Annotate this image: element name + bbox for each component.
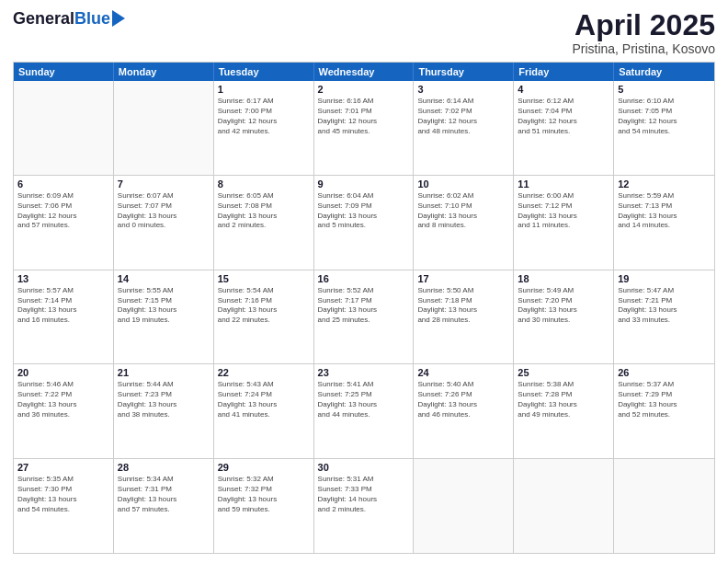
calendar-cell: 14Sunrise: 5:55 AMSunset: 7:15 PMDayligh…	[114, 270, 214, 364]
calendar-cell	[114, 81, 214, 175]
weekday-header: Monday	[114, 63, 214, 81]
cell-info: Daylight: 13 hours	[17, 305, 109, 316]
cell-info: and 16 minutes.	[17, 316, 109, 326]
page: General Blue April 2025 Pristina, Pristi…	[0, 0, 728, 563]
cell-info: Sunrise: 6:14 AM	[417, 97, 509, 107]
cell-info: Daylight: 12 hours	[518, 117, 609, 127]
calendar-cell: 23Sunrise: 5:41 AMSunset: 7:25 PMDayligh…	[314, 364, 415, 458]
cell-info: Sunset: 7:23 PM	[118, 390, 210, 400]
cell-info: Sunset: 7:06 PM	[17, 201, 109, 212]
logo-blue: Blue	[74, 9, 110, 29]
cell-info: Sunrise: 6:12 AM	[518, 97, 609, 107]
cell-info: Sunset: 7:22 PM	[17, 390, 109, 400]
cell-info: Sunset: 7:08 PM	[218, 201, 310, 212]
cell-info: and 46 minutes.	[417, 410, 509, 420]
cell-info: Sunset: 7:18 PM	[417, 296, 509, 306]
cell-info: Sunrise: 6:10 AM	[618, 97, 711, 107]
calendar-cell: 9Sunrise: 6:04 AMSunset: 7:09 PMDaylight…	[314, 176, 415, 270]
cell-info: Sunrise: 5:49 AM	[518, 286, 609, 296]
cell-info: Daylight: 13 hours	[218, 305, 310, 316]
day-number: 5	[618, 84, 711, 95]
cell-info: and 51 minutes.	[518, 127, 609, 137]
cell-info: Daylight: 12 hours	[417, 117, 509, 127]
calendar-cell: 30Sunrise: 5:31 AMSunset: 7:33 PMDayligh…	[314, 459, 415, 553]
cell-info: Daylight: 13 hours	[118, 495, 210, 505]
day-number: 6	[17, 178, 109, 190]
cell-info: Sunset: 7:30 PM	[17, 485, 109, 495]
cell-info: and 36 minutes.	[17, 410, 109, 420]
calendar-cell: 28Sunrise: 5:34 AMSunset: 7:31 PMDayligh…	[114, 459, 214, 553]
day-number: 20	[17, 367, 109, 378]
cell-info: Sunrise: 6:17 AM	[218, 97, 310, 107]
cell-info: and 42 minutes.	[218, 127, 310, 137]
calendar-cell: 16Sunrise: 5:52 AMSunset: 7:17 PMDayligh…	[314, 270, 415, 364]
calendar-cell	[14, 81, 114, 175]
cell-info: Sunset: 7:21 PM	[618, 296, 711, 306]
cell-info: Daylight: 13 hours	[218, 212, 310, 222]
cell-info: Daylight: 12 hours	[318, 117, 410, 127]
cell-info: and 14 minutes.	[618, 221, 711, 231]
cell-info: Sunrise: 6:16 AM	[318, 97, 410, 107]
logo-text: General Blue	[13, 9, 125, 29]
cell-info: Daylight: 13 hours	[618, 212, 711, 222]
cell-info: Daylight: 13 hours	[618, 305, 711, 316]
day-number: 29	[218, 462, 310, 473]
calendar-cell: 6Sunrise: 6:09 AMSunset: 7:06 PMDaylight…	[14, 176, 114, 270]
calendar-cell: 7Sunrise: 6:07 AMSunset: 7:07 PMDaylight…	[114, 176, 214, 270]
cell-info: and 45 minutes.	[318, 127, 410, 137]
logo-arrow-icon	[112, 10, 125, 27]
day-number: 11	[518, 178, 609, 190]
cell-info: and 11 minutes.	[518, 221, 609, 231]
day-number: 24	[417, 367, 509, 378]
cell-info: Sunset: 7:13 PM	[618, 201, 711, 212]
cell-info: Sunset: 7:33 PM	[318, 485, 410, 495]
calendar-cell: 20Sunrise: 5:46 AMSunset: 7:22 PMDayligh…	[14, 364, 114, 458]
cell-info: Sunset: 7:09 PM	[318, 201, 410, 212]
cell-info: Daylight: 13 hours	[118, 305, 210, 316]
cell-info: Daylight: 13 hours	[17, 495, 109, 505]
calendar-cell: 17Sunrise: 5:50 AMSunset: 7:18 PMDayligh…	[414, 270, 514, 364]
calendar-cell: 19Sunrise: 5:47 AMSunset: 7:21 PMDayligh…	[614, 270, 714, 364]
cell-info: and 2 minutes.	[218, 221, 310, 231]
calendar-body: 1Sunrise: 6:17 AMSunset: 7:00 PMDaylight…	[14, 81, 714, 553]
day-number: 25	[518, 367, 609, 378]
calendar-cell	[514, 459, 614, 553]
cell-info: Daylight: 13 hours	[417, 400, 509, 410]
day-number: 22	[218, 367, 310, 378]
logo: General Blue	[13, 9, 125, 29]
cell-info: and 57 minutes.	[118, 505, 210, 515]
day-number: 3	[417, 84, 509, 95]
weekday-header: Tuesday	[214, 63, 314, 81]
cell-info: Daylight: 13 hours	[417, 305, 509, 316]
cell-info: Daylight: 13 hours	[417, 212, 509, 222]
title-block: April 2025 Pristina, Pristina, Kosovo	[572, 9, 715, 56]
calendar-cell: 8Sunrise: 6:05 AMSunset: 7:08 PMDaylight…	[214, 176, 314, 270]
calendar-cell: 18Sunrise: 5:49 AMSunset: 7:20 PMDayligh…	[514, 270, 614, 364]
cell-info: Sunset: 7:00 PM	[218, 107, 310, 117]
cell-info: Sunrise: 6:05 AM	[218, 191, 310, 201]
cell-info: and 25 minutes.	[318, 316, 410, 326]
calendar-cell: 22Sunrise: 5:43 AMSunset: 7:24 PMDayligh…	[214, 364, 314, 458]
cell-info: Sunset: 7:17 PM	[318, 296, 410, 306]
day-number: 28	[118, 462, 210, 473]
page-subtitle: Pristina, Pristina, Kosovo	[572, 41, 715, 56]
day-number: 23	[318, 367, 410, 378]
cell-info: Sunset: 7:10 PM	[417, 201, 509, 212]
calendar-cell: 4Sunrise: 6:12 AMSunset: 7:04 PMDaylight…	[514, 81, 614, 175]
cell-info: Sunrise: 5:50 AM	[417, 286, 509, 296]
page-title: April 2025	[572, 9, 715, 41]
cell-info: Sunrise: 5:47 AM	[618, 286, 711, 296]
cell-info: Daylight: 12 hours	[218, 117, 310, 127]
cell-info: and 54 minutes.	[618, 127, 711, 137]
calendar-header: SundayMondayTuesdayWednesdayThursdayFrid…	[14, 63, 714, 81]
cell-info: and 5 minutes.	[318, 221, 410, 231]
cell-info: Sunset: 7:04 PM	[518, 107, 609, 117]
cell-info: and 0 minutes.	[118, 221, 210, 231]
calendar-cell: 25Sunrise: 5:38 AMSunset: 7:28 PMDayligh…	[514, 364, 614, 458]
cell-info: Sunrise: 5:46 AM	[17, 380, 109, 390]
cell-info: Daylight: 13 hours	[518, 212, 609, 222]
calendar-cell: 10Sunrise: 6:02 AMSunset: 7:10 PMDayligh…	[414, 176, 514, 270]
day-number: 30	[318, 462, 410, 473]
day-number: 7	[118, 178, 210, 190]
cell-info: Sunset: 7:12 PM	[518, 201, 609, 212]
